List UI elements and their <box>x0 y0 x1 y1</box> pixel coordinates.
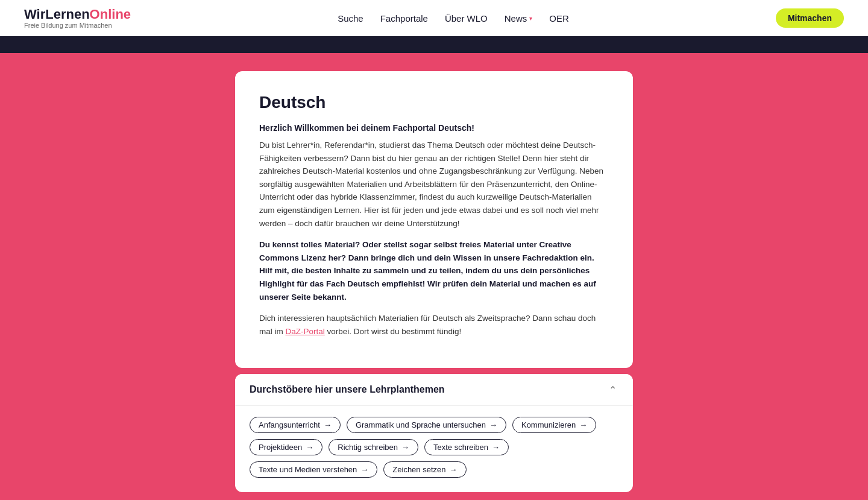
main-content: Deutsch Herzlich Willkommen bei deinem F… <box>0 53 868 500</box>
lehrplan-section: Durchstöbere hier unsere Lehrplanthemen … <box>235 374 633 492</box>
tag-anfangsunterricht[interactable]: Anfangsunterricht → <box>250 417 341 433</box>
news-dropdown-arrow: ▾ <box>529 15 532 22</box>
nav-fachportale[interactable]: Fachportale <box>380 13 428 24</box>
logo-online: Online <box>90 7 131 22</box>
logo-lernen: Lernen <box>45 7 89 22</box>
mitmachen-button[interactable]: Mitmachen <box>776 8 844 28</box>
intro-text2: Du kennst tolles Material? Oder stellst … <box>259 238 609 303</box>
tag-richtig-schreiben[interactable]: Richtig schreiben → <box>329 439 418 455</box>
intro-text1: Du bist Lehrer*in, Referendar*in, studie… <box>259 139 609 230</box>
tag-texte-medien[interactable]: Texte und Medien verstehen → <box>250 461 377 478</box>
nav-suche[interactable]: Suche <box>338 13 363 24</box>
tag-arrow-icon: → <box>492 443 500 452</box>
nav-oer[interactable]: OER <box>549 13 569 24</box>
intro-card: Deutsch Herzlich Willkommen bei deinem F… <box>235 71 633 368</box>
main-nav: Suche Fachportale Über WLO News ▾ OER <box>338 13 569 24</box>
logo-text: WirLernenOnline <box>24 7 131 22</box>
tag-arrow-icon: → <box>324 420 332 429</box>
tag-texte-schreiben[interactable]: Texte schreiben → <box>424 439 509 455</box>
header: WirLernenOnline Freie Bildung zum Mitmac… <box>0 0 868 36</box>
tag-arrow-icon: → <box>306 443 313 452</box>
tag-kommunizieren[interactable]: Kommunizieren → <box>512 417 596 433</box>
logo-subtitle: Freie Bildung zum Mitmachen <box>24 22 131 29</box>
lehrplan-header[interactable]: Durchstöbere hier unsere Lehrplanthemen … <box>235 374 633 406</box>
tag-arrow-icon: → <box>489 420 497 429</box>
lehrplan-tags: Anfangsunterricht → Grammatik und Sprach… <box>235 406 633 492</box>
dark-banner <box>0 36 868 53</box>
tag-grammatik[interactable]: Grammatik und Sprache untersuchen → <box>347 417 506 433</box>
tag-arrow-icon: → <box>401 443 409 452</box>
lehrplan-title: Durchstöbere hier unsere Lehrplanthemen <box>250 384 445 395</box>
intro-text3: Dich interessieren hauptsächlich Materia… <box>259 312 609 338</box>
intro-subtitle: Herzlich Willkommen bei deinem Fachporta… <box>259 123 609 133</box>
page-title: Deutsch <box>259 93 609 112</box>
lehrplan-chevron-up-icon: ⌃ <box>606 384 618 396</box>
tag-arrow-icon: → <box>579 420 587 429</box>
tag-zeichen-setzen[interactable]: Zeichen setzen → <box>383 461 466 478</box>
tag-projektideen[interactable]: Projektideen → <box>250 439 322 455</box>
tag-arrow-icon: → <box>450 465 458 474</box>
daz-portal-link[interactable]: DaZ-Portal <box>286 327 325 336</box>
tag-arrow-icon: → <box>360 465 368 474</box>
nav-ueber-wlo[interactable]: Über WLO <box>445 13 488 24</box>
logo-wir: Wir <box>24 7 45 22</box>
nav-news[interactable]: News ▾ <box>505 13 533 24</box>
logo[interactable]: WirLernenOnline Freie Bildung zum Mitmac… <box>24 7 131 29</box>
